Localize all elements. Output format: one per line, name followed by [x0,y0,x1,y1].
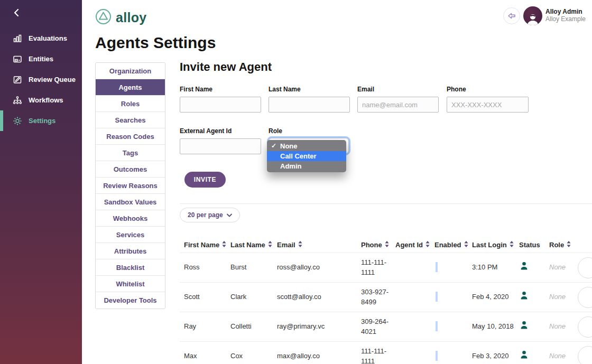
cell-email: max@alloy.co [277,351,361,361]
subnav-item-whitelist[interactable]: Whitelist [96,276,165,292]
subnav-item-services[interactable]: Services [96,227,165,243]
alloy-logo: alloy [95,8,146,27]
column-header-role[interactable]: Role [549,241,592,249]
cell-last-name: Burst [230,263,277,273]
page-title: Agents Settings [95,34,216,52]
subnav-item-developer-tools[interactable]: Developer Tools [96,292,165,309]
row-action-button[interactable] [578,257,592,278]
cell-email: ross@alloy.co [277,263,361,273]
back-arrow-button[interactable] [503,7,520,24]
cell-phone: 111-111-1111 [361,258,395,278]
sort-icon [426,241,430,249]
column-header-enabled[interactable]: Enabled [434,241,472,249]
last-name-field[interactable] [269,97,350,113]
per-page-label: 20 per page [188,211,223,219]
cell-email: scott@alloy.co [277,292,361,302]
sidebar-item-workflows[interactable]: Workflows [0,90,82,110]
edit-icon [13,75,22,85]
external-agent-id-label: External Agent Id [180,127,261,135]
table-row: Max Cox max@alloy.co 111-111-1111 Feb 3,… [180,342,592,364]
subnav-item-sandbox-values[interactable]: Sandbox Values [96,194,165,210]
column-header-phone[interactable]: Phone [361,241,395,249]
role-dropdown-menu: ✓ None Call Center Admin [267,140,346,172]
external-agent-id-field[interactable] [180,138,261,154]
first-name-label: First Name [180,86,261,93]
column-header-agent-id[interactable]: Agent Id [395,241,434,249]
column-header-first-name[interactable]: First Name [184,241,230,249]
cell-first-name: Ray [184,322,230,332]
table-header-row: First Name Last Name Email Phone Agent I… [180,237,592,253]
column-header-last-login[interactable]: Last Login [472,241,519,249]
table-row: Ray Colletti ray@primary.vc 309-264-4021… [180,312,592,342]
cell-phone: 303-927-8499 [361,287,395,307]
section-divider [180,203,592,204]
alloy-logo-mark-icon [95,8,112,27]
cell-phone: 111-111-1111 [361,347,395,364]
user-avatar[interactable] [523,6,542,25]
role-option-label: None [280,142,298,150]
subnav-item-agents[interactable]: Agents [96,79,165,96]
agents-table: First Name Last Name Email Phone Agent I… [180,237,592,364]
sidebar-item-entities[interactable]: Entities [0,49,82,69]
subnav-item-organization[interactable]: Organization [96,63,165,79]
role-option-admin[interactable]: Admin [267,161,346,171]
cell-email: ray@primary.vc [277,322,361,332]
table-row: Scott Clark scott@alloy.co 303-927-8499 … [180,283,592,312]
app-window: Evaluations Entities Review Queue Workfl… [0,0,592,364]
sidebar-item-label: Workflows [29,96,63,104]
sidebar-item-settings[interactable]: Settings [0,110,82,131]
sort-icon [567,241,571,249]
sort-icon [268,241,272,249]
email-label: Email [357,86,439,93]
user-org: Alloy Example [545,15,586,23]
sort-icon [464,241,468,249]
phone-label: Phone [447,86,529,93]
phone-field[interactable] [447,97,529,113]
chevron-down-icon [227,211,232,219]
first-name-field[interactable] [180,97,261,113]
column-header-email[interactable]: Email [277,241,361,249]
role-option-none[interactable]: ✓ None [267,141,346,151]
collapse-sidebar-icon[interactable] [12,7,22,18]
cell-last-login: 3:10 PM [472,263,519,273]
subnav-item-roles[interactable]: Roles [96,96,165,112]
subnav-item-searches[interactable]: Searches [96,112,165,128]
table-row: Ross Burst ross@alloy.co 111-111-1111 3:… [180,253,592,283]
role-option-call-center[interactable]: Call Center [267,151,346,161]
row-action-button[interactable] [578,287,592,308]
sidebar-item-label: Entities [29,55,53,63]
cell-last-login: Feb 3, 2020 [472,351,519,361]
email-field[interactable] [357,97,439,113]
sort-icon [222,241,226,249]
subnav-item-attributes[interactable]: Attributes [96,243,165,259]
phone-group: Phone [447,86,529,113]
last-name-label: Last Name [269,86,350,93]
column-header-last-name[interactable]: Last Name [230,241,277,249]
role-option-label: Call Center [280,152,317,160]
subnav-item-outcomes[interactable]: Outcomes [96,161,165,178]
row-action-button[interactable] [578,346,592,364]
subnav-item-webhooks[interactable]: Webhooks [96,210,165,227]
sidebar-item-review-queue[interactable]: Review Queue [0,69,82,90]
sidebar-item-label: Settings [29,117,56,125]
cell-last-login: May 10, 2018 [472,322,519,332]
sort-icon [510,241,514,249]
per-page-dropdown[interactable]: 20 per page [180,208,240,222]
row-action-button[interactable] [578,316,592,338]
subnav-item-blacklist[interactable]: Blacklist [96,259,165,276]
role-group: Role [269,127,282,138]
sidebar-item-evaluations[interactable]: Evaluations [0,28,82,49]
last-name-group: Last Name [269,86,350,113]
subnav-item-review-reasons[interactable]: Review Reasons [96,178,165,194]
role-option-label: Admin [280,162,301,170]
settings-subnav: Organization Agents Roles Searches Reaso… [95,62,165,309]
sort-icon [298,241,302,249]
cell-first-name: Max [184,351,230,361]
invite-section-title: Invite new Agent [180,60,272,74]
subnav-item-reason-codes[interactable]: Reason Codes [96,128,165,145]
sort-icon [385,241,389,249]
cell-phone: 309-264-4021 [361,317,395,337]
subnav-item-tags[interactable]: Tags [96,145,165,161]
invite-button[interactable]: INVITE [184,172,226,188]
first-name-group: First Name [180,86,261,113]
